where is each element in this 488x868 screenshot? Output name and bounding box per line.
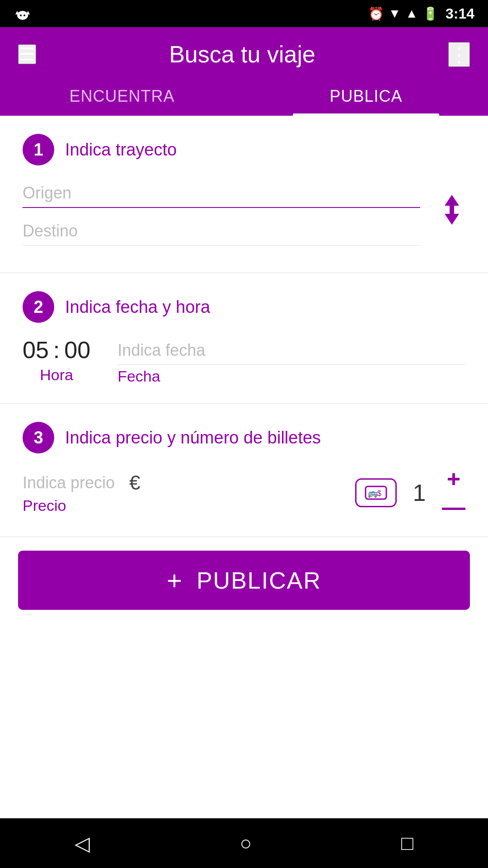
section-fecha-hora: 2 Indica fecha y hora 05 : 00 Hora Fecha — [0, 273, 488, 404]
main-content: 1 Indica trayecto — [0, 116, 488, 818]
increment-ticket-button[interactable]: + — [442, 467, 465, 491]
publish-plus-icon: + — [167, 565, 183, 595]
publish-label: PUBLICAR — [197, 567, 321, 594]
date-label: Fecha — [117, 368, 160, 385]
section3-title: Indica precio y número de billetes — [65, 428, 321, 448]
price-input-line: € — [23, 472, 140, 494]
section3-header: 3 Indica precio y número de billetes — [23, 422, 465, 453]
minute-value: 00 — [64, 336, 90, 363]
section2-header: 2 Indica fecha y hora — [23, 291, 465, 323]
ticket-counter: 🚌 $ 1 + — — [355, 467, 465, 519]
decrement-ticket-button[interactable]: — — [442, 495, 465, 519]
header-top: ☰ Busca tu viaje ⋮ — [0, 36, 488, 77]
route-fields — [23, 179, 465, 245]
ticket-icon: 🚌 $ — [365, 484, 387, 501]
tab-publica[interactable]: PUBLICA — [244, 77, 488, 116]
counter-buttons: + — — [442, 467, 465, 519]
hamburger-menu-button[interactable]: ☰ — [18, 44, 36, 64]
section1-title: Indica trayecto — [65, 140, 177, 160]
app-title: Busca tu viaje — [36, 41, 448, 68]
step2-circle: 2 — [23, 291, 54, 323]
price-input[interactable] — [23, 473, 122, 492]
publish-button[interactable]: + PUBLICAR — [18, 551, 470, 610]
date-input[interactable] — [117, 336, 465, 365]
home-button[interactable]: ○ — [239, 832, 252, 854]
svg-point-4 — [23, 14, 25, 16]
origin-input[interactable] — [23, 179, 420, 208]
back-icon: ◁ — [75, 832, 90, 855]
status-bar-left — [14, 5, 364, 23]
time-group: 05 : 00 Hora — [23, 336, 90, 384]
destination-field-row — [23, 217, 420, 245]
origin-field-row — [23, 179, 420, 208]
step3-circle: 3 — [23, 422, 54, 453]
swap-route-button[interactable] — [438, 194, 465, 231]
status-bar: ⏰ ▼ ▲ 🔋 3:14 — [0, 0, 488, 27]
step1-circle: 1 — [23, 134, 54, 165]
tab-bar: ENCUENTRA PUBLICA — [0, 77, 488, 116]
section-trayecto: 1 Indica trayecto — [0, 116, 488, 273]
alarm-icon: ⏰ — [368, 6, 384, 21]
more-options-button[interactable]: ⋮ — [448, 42, 470, 67]
svg-rect-8 — [450, 204, 454, 216]
date-group: Fecha — [117, 336, 465, 385]
hour-value: 05 — [23, 336, 49, 363]
euro-sign: € — [129, 472, 140, 494]
svg-point-0 — [17, 11, 28, 20]
home-icon: ○ — [239, 832, 252, 854]
wifi-icon: ▼ — [389, 6, 401, 21]
battery-icon: 🔋 — [422, 6, 438, 21]
signal-icon: ▲ — [405, 6, 418, 21]
tab-encuentra[interactable]: ENCUENTRA — [0, 77, 244, 116]
section2-title: Indica fecha y hora — [65, 297, 210, 317]
svg-text:🚌: 🚌 — [368, 488, 378, 498]
recent-apps-button[interactable]: □ — [401, 832, 413, 854]
recent-apps-icon: □ — [401, 832, 413, 854]
nav-bar: ◁ ○ □ — [0, 818, 488, 868]
svg-text:$: $ — [377, 490, 381, 497]
price-row: € Precio 🚌 $ 1 + — — [23, 467, 465, 519]
destination-input[interactable] — [23, 217, 420, 245]
cat-icon — [14, 5, 32, 23]
svg-point-3 — [20, 14, 22, 16]
app-header: ☰ Busca tu viaje ⋮ ENCUENTRA PUBLICA — [0, 27, 488, 116]
datetime-row: 05 : 00 Hora Fecha — [23, 336, 465, 385]
section-precio: 3 Indica precio y número de billetes € P… — [0, 404, 488, 537]
price-label: Precio — [23, 497, 66, 514]
publish-btn-container: + PUBLICAR — [0, 537, 488, 632]
status-time: 3:14 — [446, 5, 474, 22]
back-button[interactable]: ◁ — [75, 832, 90, 855]
price-label-group: € Precio — [23, 472, 355, 514]
time-colon: : — [53, 336, 60, 363]
time-display: 05 : 00 — [23, 336, 90, 363]
time-label: Hora — [40, 366, 73, 384]
ticket-count-value: 1 — [410, 479, 428, 506]
swap-arrows-icon — [438, 194, 465, 231]
section1-header: 1 Indica trayecto — [23, 134, 465, 165]
ticket-icon-box: 🚌 $ — [355, 478, 397, 507]
